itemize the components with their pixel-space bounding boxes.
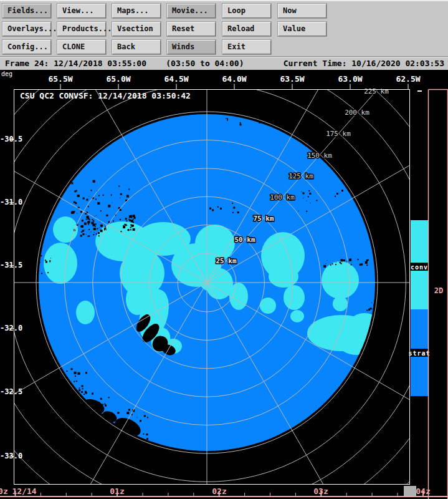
no-echo-speckle xyxy=(88,236,89,237)
no-echo-speckle xyxy=(80,235,82,237)
toolbar-button-loop[interactable]: Loop xyxy=(222,4,271,18)
lon-axis-label: 62.5W xyxy=(396,74,420,84)
toolbar-button-reload[interactable]: Reload xyxy=(222,22,271,36)
no-echo-speckle xyxy=(240,124,242,125)
no-echo-speckle xyxy=(78,372,80,375)
no-echo-speckle xyxy=(45,259,46,261)
toolbar-button-view[interactable]: View... xyxy=(57,4,106,18)
toolbar-button-exit[interactable]: Exit xyxy=(222,40,271,54)
convective-blob xyxy=(206,268,233,299)
no-echo-speckle xyxy=(309,193,311,195)
no-echo-speckle xyxy=(80,211,82,213)
no-echo-speckle xyxy=(102,414,103,415)
toolbar-button-back[interactable]: Back xyxy=(112,40,161,54)
panel-label-2d: 2D xyxy=(434,286,443,295)
no-echo-speckle xyxy=(121,231,122,232)
no-echo-speckle xyxy=(95,216,95,216)
no-echo-speckle xyxy=(143,434,144,435)
no-echo-speckle xyxy=(80,226,82,227)
no-echo-speckle xyxy=(99,227,100,228)
toolbar-button-overlays[interactable]: Overlays... xyxy=(2,22,51,36)
no-echo-speckle xyxy=(85,415,87,417)
no-echo-speckle xyxy=(120,219,121,220)
no-echo-speckle xyxy=(118,186,120,187)
no-echo-speckle xyxy=(76,400,78,402)
no-echo-speckle xyxy=(358,259,359,260)
range-ring-label: 25 km xyxy=(216,257,236,265)
toolbar-button-reset[interactable]: Reset xyxy=(167,22,216,36)
range-ring-label: 50 km xyxy=(234,236,255,244)
time-axis-label: 04z xyxy=(416,487,430,496)
no-echo-speckle xyxy=(144,412,145,413)
no-echo-speckle xyxy=(131,414,133,415)
no-echo-speckle xyxy=(50,258,51,258)
no-echo-speckle xyxy=(92,393,93,395)
no-echo-speckle xyxy=(368,309,370,311)
no-echo-speckle xyxy=(373,308,374,309)
no-echo-speckle xyxy=(49,261,50,262)
no-echo-speckle xyxy=(103,195,104,196)
convective-blob xyxy=(290,310,304,322)
no-echo-speckle xyxy=(133,219,134,220)
toolbar-button-config[interactable]: Config... xyxy=(2,40,51,54)
no-echo-speckle xyxy=(95,223,97,225)
no-echo-speckle xyxy=(71,368,73,370)
no-echo-speckle xyxy=(94,221,95,222)
toolbar-button-fields[interactable]: Fields... xyxy=(2,4,51,18)
no-echo-speckle xyxy=(76,190,77,191)
toolbar-button-vsection[interactable]: Vsection xyxy=(112,22,161,36)
no-echo-speckle xyxy=(144,415,146,417)
no-echo-speckle xyxy=(98,235,100,236)
toolbar-button-now[interactable]: Now xyxy=(278,4,326,18)
no-echo-speckle xyxy=(79,389,80,391)
no-echo-speckle xyxy=(58,377,60,379)
no-echo-speckle xyxy=(130,229,131,230)
no-echo-speckle xyxy=(105,226,106,228)
no-echo-speckle xyxy=(227,120,228,121)
no-echo-speckle xyxy=(93,224,95,226)
no-echo-speckle xyxy=(65,391,68,394)
no-echo-speckle xyxy=(78,410,79,412)
no-echo-speckle xyxy=(310,203,311,203)
no-echo-speckle xyxy=(146,438,148,440)
no-echo-speckle xyxy=(343,259,345,261)
no-echo-speckle xyxy=(308,190,310,191)
no-echo-speckle xyxy=(108,205,110,207)
no-echo-speckle xyxy=(126,195,129,198)
no-echo-speckle xyxy=(86,234,87,235)
no-echo-speckle xyxy=(93,180,95,183)
no-echo-speckle xyxy=(133,215,135,217)
no-echo-speckle xyxy=(74,381,75,382)
toolbar-button-products[interactable]: Products... xyxy=(57,22,106,36)
no-echo-speckle xyxy=(330,264,331,266)
no-echo-speckle xyxy=(71,182,73,184)
toolbar-button-movie[interactable]: Movie... xyxy=(167,4,216,18)
no-echo-speckle xyxy=(133,228,135,231)
lon-axis-label: 64.0W xyxy=(222,74,246,84)
no-echo-speckle xyxy=(128,409,130,411)
no-echo-speckle xyxy=(130,227,131,228)
no-echo-speckle xyxy=(366,264,368,266)
no-echo-speckle xyxy=(120,198,120,198)
toolbar-button-value[interactable]: Value xyxy=(278,22,326,36)
no-echo-speckle xyxy=(109,432,110,432)
no-echo-speckle xyxy=(74,372,77,374)
no-echo-speckle xyxy=(100,210,102,211)
no-echo-speckle xyxy=(75,202,77,204)
current-frame-marker[interactable] xyxy=(404,486,416,497)
toolbar-button-winds[interactable]: Winds xyxy=(167,40,216,54)
no-echo-speckle xyxy=(122,435,125,438)
no-echo-speckle xyxy=(128,219,130,220)
no-echo-speckle xyxy=(97,202,100,205)
toolbar-button-clone[interactable]: CLONE xyxy=(57,40,106,54)
no-echo-speckle xyxy=(129,427,131,429)
no-echo-speckle xyxy=(233,207,235,209)
convective-blob xyxy=(284,285,305,310)
no-echo-speckle xyxy=(120,427,122,428)
no-echo-speckle xyxy=(336,193,338,195)
no-echo-speckle xyxy=(111,195,112,196)
no-echo-speckle xyxy=(100,225,103,227)
toolbar-button-maps[interactable]: Maps... xyxy=(112,4,161,18)
radar-display[interactable]: 25 km50 km75 km100 km125 km150 km175 km2… xyxy=(0,70,448,499)
lon-axis-label: 65.0W xyxy=(106,74,130,84)
